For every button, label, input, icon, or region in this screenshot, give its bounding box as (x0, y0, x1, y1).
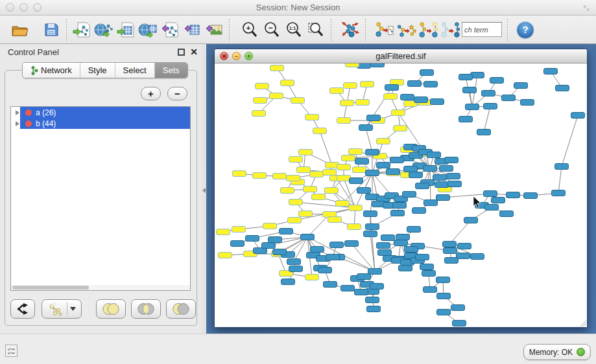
graph-node (381, 235, 395, 241)
toolbar-separator (507, 19, 508, 41)
list-item[interactable]: a (26) (11, 107, 190, 118)
network-from-selection-selected-edges-button[interactable] (396, 19, 418, 41)
graph-node (367, 115, 381, 121)
graph-node (299, 211, 313, 217)
graph-node (281, 188, 294, 194)
main-toolbar: + − 1:1 (0, 16, 596, 44)
show-all-button[interactable] (440, 19, 462, 41)
split-set-icon (16, 302, 30, 315)
graph-node (431, 99, 444, 105)
zoom-fit-button[interactable]: 1:1 (283, 19, 305, 41)
graph-node (371, 63, 385, 67)
scrollbar-thumb[interactable] (12, 286, 89, 290)
graph-node (310, 172, 324, 177)
memory-status-button[interactable]: Memory: OK (523, 344, 591, 360)
import-table-file-button[interactable] (115, 19, 137, 41)
graph-node (219, 253, 232, 258)
import-network-file-button[interactable] (71, 19, 93, 41)
main-area: Control Panel ✕ Network Style Select (0, 44, 596, 334)
horizontal-scrollbar[interactable] (10, 285, 191, 291)
graph-node (416, 255, 429, 260)
graph-node (459, 74, 473, 80)
graph-node (356, 100, 370, 106)
graph-node (270, 65, 284, 71)
export-table-button[interactable] (181, 19, 203, 41)
graph-node (507, 192, 520, 198)
zoom-in-button[interactable]: + (239, 19, 261, 41)
graph-node (443, 242, 457, 247)
network-window-titlebar[interactable]: ✕ − + galFiltered.sif (215, 49, 587, 63)
network-graph[interactable] (215, 63, 587, 327)
graph-node (409, 172, 423, 178)
expand-arrow-icon[interactable] (16, 110, 19, 115)
graph-node (521, 100, 534, 106)
graph-node (391, 210, 405, 216)
graph-node (422, 271, 436, 277)
collapse-panel-icon[interactable] (202, 188, 206, 193)
show-all-icon (441, 21, 460, 39)
apply-layout-button[interactable] (339, 19, 361, 41)
graph-node (396, 234, 410, 240)
zoom-out-button[interactable]: − (261, 19, 283, 41)
graph-node (436, 195, 450, 201)
remove-set-button[interactable]: − (167, 87, 187, 100)
tab-sets[interactable]: Sets (155, 63, 187, 78)
graph-node (458, 244, 471, 249)
intersection-button[interactable] (131, 299, 161, 319)
network-window[interactable]: ✕ − + galFiltered.sif (214, 49, 588, 327)
graph-node (268, 237, 282, 243)
graph-node (366, 170, 379, 176)
panel-splitter[interactable] (202, 44, 206, 334)
graph-node (305, 115, 319, 120)
graph-node (408, 81, 422, 87)
tab-style[interactable]: Style (80, 63, 115, 78)
import-network-url-button[interactable] (93, 19, 115, 41)
graph-node (325, 188, 339, 194)
help-button[interactable]: ? (517, 21, 534, 38)
create-set-button[interactable] (42, 299, 82, 319)
graph-node (359, 125, 373, 131)
graph-node (273, 174, 287, 179)
zoom-selected-button[interactable] (305, 19, 327, 41)
search-input[interactable] (462, 22, 502, 37)
float-panel-icon[interactable] (178, 49, 185, 56)
control-panel: Control Panel ✕ Network Style Select (0, 44, 202, 334)
import-network-url-icon (94, 21, 113, 38)
graph-node (407, 227, 421, 233)
zoom-out-icon: − (263, 21, 280, 38)
difference-button[interactable] (166, 299, 196, 319)
split-set-button[interactable] (10, 299, 35, 319)
save-session-button[interactable] (40, 19, 62, 41)
task-monitor-button[interactable] (5, 345, 18, 357)
import-table-url-button[interactable] (137, 19, 159, 41)
open-session-button[interactable] (9, 19, 31, 41)
resize-grip-icon[interactable] (578, 319, 586, 326)
zoom-fit-icon: 1:1 (285, 21, 302, 38)
export-network-icon (161, 21, 179, 38)
graph-node (556, 85, 569, 91)
close-panel-icon[interactable]: ✕ (190, 47, 198, 57)
graph-node (414, 97, 428, 103)
tab-network[interactable]: Network (23, 63, 80, 78)
list-item[interactable]: b (44) (11, 118, 190, 129)
union-button[interactable] (96, 299, 126, 319)
export-network-button[interactable] (159, 19, 181, 41)
graph-node (364, 211, 377, 217)
import-table-file-icon (117, 21, 135, 38)
fullscreen-icon[interactable]: ⤡ (582, 3, 591, 12)
graph-node (311, 247, 324, 253)
tab-select[interactable]: Select (115, 63, 155, 78)
add-set-button[interactable]: + (141, 87, 161, 100)
first-neighbors-button[interactable] (418, 19, 440, 41)
graph-node (280, 229, 293, 234)
graph-node (330, 88, 344, 94)
network-from-selection-all-edges-button[interactable] (374, 19, 396, 41)
network-canvas[interactable] (215, 63, 587, 327)
graph-node (231, 241, 244, 247)
graph-node (492, 198, 505, 203)
expand-arrow-icon[interactable] (16, 121, 19, 126)
graph-node (289, 157, 303, 163)
export-image-button[interactable] (203, 19, 225, 41)
graph-node (423, 166, 437, 172)
graph-node (324, 282, 337, 288)
